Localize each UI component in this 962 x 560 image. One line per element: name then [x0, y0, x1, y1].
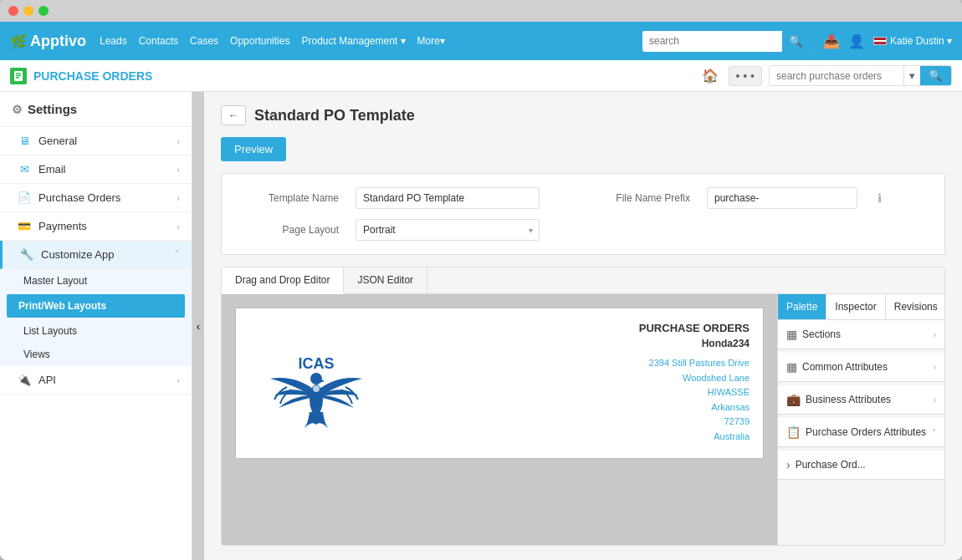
sidebar-item-api[interactable]: 🔌 API ›	[0, 366, 192, 395]
page-layout-select[interactable]: Portrait Landscape	[356, 219, 540, 241]
file-name-prefix-label: File Name Prefix	[590, 192, 690, 204]
minimize-btn[interactable]	[23, 6, 33, 16]
addr-line-4: Arkansas	[391, 400, 750, 415]
user-icon[interactable]: 👤	[848, 33, 865, 49]
submenu-list-layouts[interactable]: List Layouts	[0, 319, 192, 343]
business-attributes-label: Business Attributes	[806, 394, 891, 405]
po-expand-label: Purchase Ord...	[796, 459, 866, 471]
subnav-search-input[interactable]	[770, 67, 903, 85]
sidebar-general-label: General	[38, 135, 170, 147]
global-search-input[interactable]	[642, 31, 782, 51]
subnav-search-dropdown[interactable]: ▾	[903, 66, 920, 85]
tab-json-editor[interactable]: JSON Editor	[344, 267, 427, 293]
back-button[interactable]: ←	[221, 105, 246, 125]
user-name: Katie Dustin ▾	[890, 35, 952, 47]
addr-line-2: Woodshed Lane	[391, 371, 750, 386]
sidebar-toggle[interactable]: ‹	[192, 92, 204, 560]
nav-opportunities[interactable]: Opportunities	[230, 35, 289, 47]
canvas-area[interactable]: ICAS PURCHASE ORDERS Honda234	[222, 294, 777, 545]
sidebar-item-customize-app[interactable]: 🔧 Customize App ˅	[0, 241, 192, 269]
sidebar-item-general[interactable]: 🖥 General ›	[0, 127, 192, 155]
user-menu[interactable]: Katie Dustin ▾	[873, 35, 952, 47]
global-search-button[interactable]: 🔍	[782, 31, 810, 52]
chevron-right-icon: ›	[177, 136, 180, 146]
sections-header[interactable]: ▦ Sections ›	[778, 320, 944, 349]
plug-icon: 🔌	[17, 374, 32, 386]
po-expand-header[interactable]: › Purchase Ord...	[778, 451, 944, 479]
monitor-icon: 🖥	[17, 135, 32, 147]
page-header: ← Standard PO Template	[221, 105, 945, 125]
right-panel: Palette Inspector Revisions ▦ Sections ›	[777, 294, 944, 545]
common-grid-icon: ▦	[786, 360, 797, 374]
nav-more[interactable]: More▾	[417, 35, 445, 47]
common-attributes-header[interactable]: ▦ Common Attributes ›	[778, 353, 944, 381]
sidebar-item-payments[interactable]: 💳 Payments ›	[0, 212, 192, 241]
sections-grid-icon: ▦	[786, 328, 797, 341]
addr-line-1: 2394 Still Pastures Drive	[391, 356, 750, 371]
nav-cases[interactable]: Cases	[190, 35, 218, 47]
template-form: Template Name File Name Prefix ℹ Page La…	[221, 173, 945, 255]
nav-leads[interactable]: Leads	[100, 35, 127, 47]
more-options-button[interactable]: • • •	[729, 66, 762, 86]
panel-tab-inspector[interactable]: Inspector	[826, 294, 885, 319]
submenu-print-web-layouts[interactable]: Print/Web Layouts	[7, 294, 185, 318]
sidebar-item-purchase-orders[interactable]: 📄 Purchase Orders ›	[0, 184, 192, 212]
maximize-btn[interactable]	[38, 6, 49, 16]
apptivo-logo: 🌿 Apptivo	[10, 33, 86, 50]
canvas-page: ICAS PURCHASE ORDERS Honda234	[235, 308, 764, 459]
sidebar-customize-label: Customize App	[41, 248, 168, 261]
subnav-search-button[interactable]: 🔍	[920, 66, 951, 85]
po-attributes-section: 📋 Purchase Orders Attributes ˅	[778, 418, 944, 447]
canvas-logo: ICAS	[249, 322, 383, 445]
palette-sections-icon: ▦ Sections ›	[778, 320, 944, 349]
logo-text: Apptivo	[30, 33, 86, 50]
panel-tabs: Palette Inspector Revisions	[778, 294, 944, 320]
sidebar-item-email[interactable]: ✉ Email ›	[0, 155, 192, 184]
chevron-right-icon: ›	[177, 165, 180, 175]
icas-logo-svg: ICAS	[262, 328, 371, 437]
sidebar-payments-label: Payments	[38, 220, 170, 232]
addr-line-6: Australia	[391, 430, 750, 445]
chevron-down-icon: ˅	[175, 249, 180, 260]
close-btn[interactable]	[8, 6, 18, 16]
template-name-row: Template Name File Name Prefix ℹ	[238, 187, 928, 209]
tab-drag-drop[interactable]: Drag and Drop Editor	[222, 267, 344, 294]
addr-line-5: 72739	[391, 415, 750, 430]
inbox-icon[interactable]: 📥	[823, 33, 840, 49]
file-name-prefix-input[interactable]	[707, 187, 857, 209]
home-button[interactable]: 🏠	[702, 68, 719, 84]
nav-contacts[interactable]: Contacts	[139, 35, 178, 47]
po-title: PURCHASE ORDERS	[33, 69, 152, 83]
po-attributes-header[interactable]: 📋 Purchase Orders Attributes ˅	[778, 418, 944, 446]
svg-point-5	[310, 373, 322, 384]
page-title: Standard PO Template	[254, 107, 415, 125]
preview-button[interactable]: Preview	[221, 137, 286, 161]
sections-label: Sections	[802, 328, 841, 340]
po-chevron-icon: ˅	[932, 428, 936, 437]
app-window: 🌿 Apptivo Leads Contacts Cases Opportuni…	[0, 0, 962, 560]
wrench-icon: 🔧	[19, 248, 34, 261]
po-attributes-label: Purchase Orders Attributes	[806, 426, 926, 438]
canvas-content: ICAS PURCHASE ORDERS Honda234	[249, 322, 750, 445]
customize-submenu: Master Layout Print/Web Layouts List Lay…	[0, 269, 192, 366]
user-flag	[873, 37, 887, 45]
common-attributes-label: Common Attributes	[802, 361, 888, 373]
card-icon: 💳	[17, 220, 32, 232]
po-attr-icon: 📋	[786, 425, 801, 439]
business-chevron-icon: ›	[934, 395, 936, 405]
svg-text:ICAS: ICAS	[298, 355, 334, 372]
subnav: PURCHASE ORDERS 🏠 • • • ▾ 🔍	[0, 60, 962, 92]
info-icon[interactable]: ℹ	[878, 191, 882, 205]
business-attributes-header[interactable]: 💼 Business Attributes ›	[778, 385, 944, 414]
template-name-input[interactable]	[356, 187, 540, 209]
canvas-right: PURCHASE ORDERS Honda234 2394 Still Past…	[383, 322, 750, 445]
panel-tab-revisions[interactable]: Revisions	[886, 294, 944, 319]
submenu-master-layout[interactable]: Master Layout	[0, 269, 192, 293]
canvas-address: 2394 Still Pastures Drive Woodshed Lane …	[391, 356, 750, 445]
submenu-views[interactable]: Views	[0, 343, 192, 366]
chevron-right-icon: ›	[177, 193, 180, 203]
nav-product-management[interactable]: Product Management ▾	[301, 35, 405, 47]
sidebar: ⚙ Settings 🖥 General › ✉ Email › 📄 Purch…	[0, 92, 192, 560]
sections-chevron-icon: ›	[934, 330, 936, 339]
panel-tab-palette[interactable]: Palette	[778, 294, 826, 319]
